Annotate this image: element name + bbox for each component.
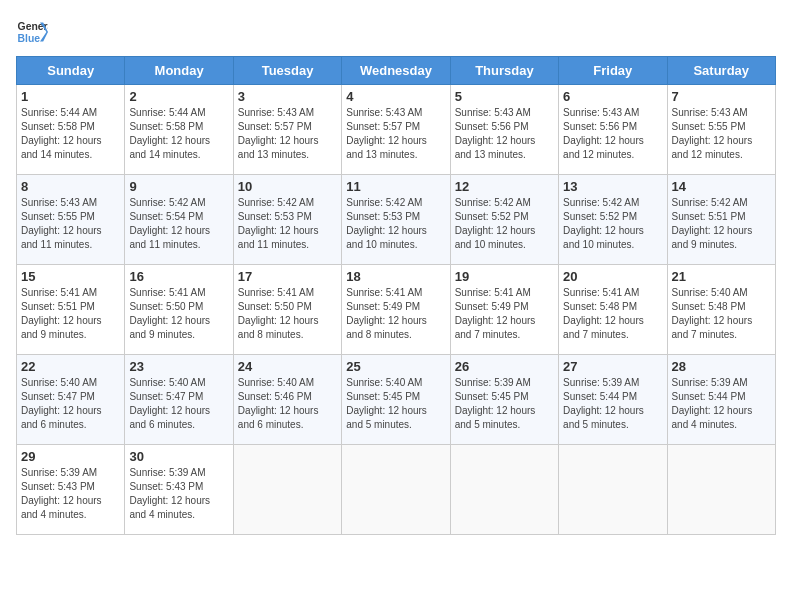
empty-cell [342, 445, 450, 535]
day-number: 8 [21, 179, 120, 194]
day-info: Sunrise: 5:40 AMSunset: 5:48 PMDaylight:… [672, 286, 771, 342]
calendar-day-22: 22Sunrise: 5:40 AMSunset: 5:47 PMDayligh… [17, 355, 125, 445]
day-header-sunday: Sunday [17, 57, 125, 85]
day-info: Sunrise: 5:43 AMSunset: 5:57 PMDaylight:… [346, 106, 445, 162]
calendar-week-3: 15Sunrise: 5:41 AMSunset: 5:51 PMDayligh… [17, 265, 776, 355]
day-number: 27 [563, 359, 662, 374]
day-info: Sunrise: 5:41 AMSunset: 5:48 PMDaylight:… [563, 286, 662, 342]
calendar-week-5: 29Sunrise: 5:39 AMSunset: 5:43 PMDayligh… [17, 445, 776, 535]
day-info: Sunrise: 5:43 AMSunset: 5:55 PMDaylight:… [672, 106, 771, 162]
day-info: Sunrise: 5:39 AMSunset: 5:44 PMDaylight:… [672, 376, 771, 432]
day-number: 11 [346, 179, 445, 194]
day-number: 19 [455, 269, 554, 284]
day-header-saturday: Saturday [667, 57, 775, 85]
calendar-day-15: 15Sunrise: 5:41 AMSunset: 5:51 PMDayligh… [17, 265, 125, 355]
day-info: Sunrise: 5:40 AMSunset: 5:46 PMDaylight:… [238, 376, 337, 432]
calendar-table: SundayMondayTuesdayWednesdayThursdayFrid… [16, 56, 776, 535]
empty-cell [559, 445, 667, 535]
calendar-day-10: 10Sunrise: 5:42 AMSunset: 5:53 PMDayligh… [233, 175, 341, 265]
calendar-day-25: 25Sunrise: 5:40 AMSunset: 5:45 PMDayligh… [342, 355, 450, 445]
day-number: 9 [129, 179, 228, 194]
day-info: Sunrise: 5:40 AMSunset: 5:47 PMDaylight:… [21, 376, 120, 432]
day-info: Sunrise: 5:44 AMSunset: 5:58 PMDaylight:… [21, 106, 120, 162]
calendar-day-12: 12Sunrise: 5:42 AMSunset: 5:52 PMDayligh… [450, 175, 558, 265]
day-info: Sunrise: 5:42 AMSunset: 5:53 PMDaylight:… [346, 196, 445, 252]
empty-cell [667, 445, 775, 535]
day-info: Sunrise: 5:41 AMSunset: 5:51 PMDaylight:… [21, 286, 120, 342]
day-info: Sunrise: 5:40 AMSunset: 5:45 PMDaylight:… [346, 376, 445, 432]
day-number: 15 [21, 269, 120, 284]
calendar-day-1: 1Sunrise: 5:44 AMSunset: 5:58 PMDaylight… [17, 85, 125, 175]
calendar-day-7: 7Sunrise: 5:43 AMSunset: 5:55 PMDaylight… [667, 85, 775, 175]
day-number: 29 [21, 449, 120, 464]
day-number: 30 [129, 449, 228, 464]
day-number: 13 [563, 179, 662, 194]
calendar-day-21: 21Sunrise: 5:40 AMSunset: 5:48 PMDayligh… [667, 265, 775, 355]
calendar-week-4: 22Sunrise: 5:40 AMSunset: 5:47 PMDayligh… [17, 355, 776, 445]
day-info: Sunrise: 5:43 AMSunset: 5:55 PMDaylight:… [21, 196, 120, 252]
day-number: 21 [672, 269, 771, 284]
day-number: 26 [455, 359, 554, 374]
day-info: Sunrise: 5:41 AMSunset: 5:50 PMDaylight:… [129, 286, 228, 342]
day-number: 7 [672, 89, 771, 104]
day-number: 2 [129, 89, 228, 104]
day-info: Sunrise: 5:42 AMSunset: 5:52 PMDaylight:… [455, 196, 554, 252]
day-number: 20 [563, 269, 662, 284]
calendar-week-1: 1Sunrise: 5:44 AMSunset: 5:58 PMDaylight… [17, 85, 776, 175]
day-header-monday: Monday [125, 57, 233, 85]
calendar-day-13: 13Sunrise: 5:42 AMSunset: 5:52 PMDayligh… [559, 175, 667, 265]
day-info: Sunrise: 5:41 AMSunset: 5:50 PMDaylight:… [238, 286, 337, 342]
day-header-friday: Friday [559, 57, 667, 85]
calendar-day-29: 29Sunrise: 5:39 AMSunset: 5:43 PMDayligh… [17, 445, 125, 535]
calendar-day-23: 23Sunrise: 5:40 AMSunset: 5:47 PMDayligh… [125, 355, 233, 445]
day-header-tuesday: Tuesday [233, 57, 341, 85]
calendar-day-27: 27Sunrise: 5:39 AMSunset: 5:44 PMDayligh… [559, 355, 667, 445]
day-info: Sunrise: 5:42 AMSunset: 5:52 PMDaylight:… [563, 196, 662, 252]
calendar-day-11: 11Sunrise: 5:42 AMSunset: 5:53 PMDayligh… [342, 175, 450, 265]
day-number: 10 [238, 179, 337, 194]
calendar-day-17: 17Sunrise: 5:41 AMSunset: 5:50 PMDayligh… [233, 265, 341, 355]
day-number: 24 [238, 359, 337, 374]
day-number: 28 [672, 359, 771, 374]
day-number: 25 [346, 359, 445, 374]
calendar-day-14: 14Sunrise: 5:42 AMSunset: 5:51 PMDayligh… [667, 175, 775, 265]
day-info: Sunrise: 5:44 AMSunset: 5:58 PMDaylight:… [129, 106, 228, 162]
day-header-thursday: Thursday [450, 57, 558, 85]
day-number: 3 [238, 89, 337, 104]
day-info: Sunrise: 5:39 AMSunset: 5:45 PMDaylight:… [455, 376, 554, 432]
calendar-day-20: 20Sunrise: 5:41 AMSunset: 5:48 PMDayligh… [559, 265, 667, 355]
day-number: 18 [346, 269, 445, 284]
day-number: 12 [455, 179, 554, 194]
page-header: General Blue [16, 16, 776, 48]
day-info: Sunrise: 5:39 AMSunset: 5:44 PMDaylight:… [563, 376, 662, 432]
empty-cell [233, 445, 341, 535]
calendar-day-6: 6Sunrise: 5:43 AMSunset: 5:56 PMDaylight… [559, 85, 667, 175]
calendar-day-19: 19Sunrise: 5:41 AMSunset: 5:49 PMDayligh… [450, 265, 558, 355]
day-info: Sunrise: 5:43 AMSunset: 5:56 PMDaylight:… [563, 106, 662, 162]
logo: General Blue [16, 16, 48, 48]
day-number: 4 [346, 89, 445, 104]
day-number: 6 [563, 89, 662, 104]
day-number: 14 [672, 179, 771, 194]
day-info: Sunrise: 5:42 AMSunset: 5:53 PMDaylight:… [238, 196, 337, 252]
day-info: Sunrise: 5:43 AMSunset: 5:56 PMDaylight:… [455, 106, 554, 162]
calendar-day-3: 3Sunrise: 5:43 AMSunset: 5:57 PMDaylight… [233, 85, 341, 175]
calendar-day-26: 26Sunrise: 5:39 AMSunset: 5:45 PMDayligh… [450, 355, 558, 445]
svg-text:Blue: Blue [18, 33, 41, 44]
day-number: 22 [21, 359, 120, 374]
day-info: Sunrise: 5:41 AMSunset: 5:49 PMDaylight:… [346, 286, 445, 342]
logo-icon: General Blue [16, 16, 48, 48]
calendar-day-18: 18Sunrise: 5:41 AMSunset: 5:49 PMDayligh… [342, 265, 450, 355]
day-info: Sunrise: 5:39 AMSunset: 5:43 PMDaylight:… [21, 466, 120, 522]
day-number: 1 [21, 89, 120, 104]
calendar-day-4: 4Sunrise: 5:43 AMSunset: 5:57 PMDaylight… [342, 85, 450, 175]
day-number: 5 [455, 89, 554, 104]
day-header-wednesday: Wednesday [342, 57, 450, 85]
calendar-day-5: 5Sunrise: 5:43 AMSunset: 5:56 PMDaylight… [450, 85, 558, 175]
day-info: Sunrise: 5:43 AMSunset: 5:57 PMDaylight:… [238, 106, 337, 162]
calendar-day-24: 24Sunrise: 5:40 AMSunset: 5:46 PMDayligh… [233, 355, 341, 445]
day-number: 16 [129, 269, 228, 284]
day-info: Sunrise: 5:42 AMSunset: 5:51 PMDaylight:… [672, 196, 771, 252]
day-info: Sunrise: 5:41 AMSunset: 5:49 PMDaylight:… [455, 286, 554, 342]
calendar-day-8: 8Sunrise: 5:43 AMSunset: 5:55 PMDaylight… [17, 175, 125, 265]
